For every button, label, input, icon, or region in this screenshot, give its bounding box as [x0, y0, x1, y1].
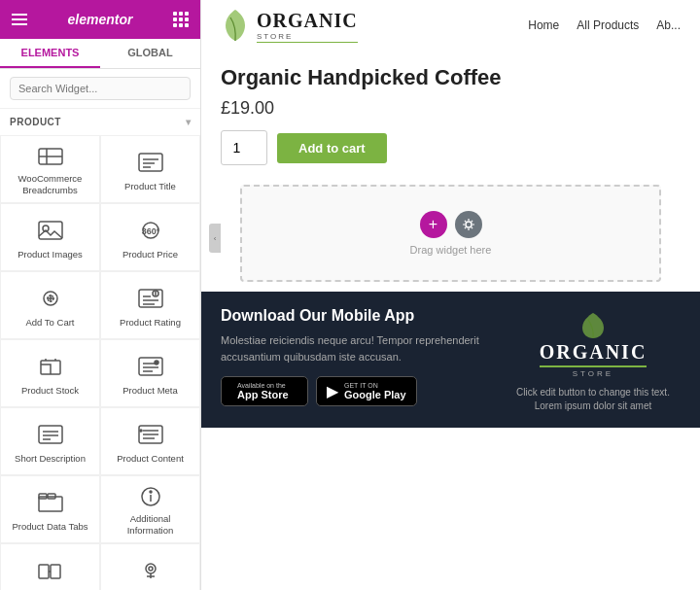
- product-section-header[interactable]: PRODUCT ▾: [0, 109, 200, 135]
- nav-about[interactable]: Ab...: [656, 18, 681, 32]
- widget-upsells[interactable]: Upsells: [100, 543, 200, 590]
- widget-product-images[interactable]: Product Images: [0, 203, 100, 271]
- tab-global[interactable]: GLOBAL: [100, 39, 200, 68]
- drag-widget-area: + Drag widget here: [240, 185, 661, 282]
- woocommerce-breadcrumbs-icon: [35, 145, 66, 168]
- nav-home[interactable]: Home: [528, 18, 559, 32]
- top-bar: elementor: [0, 0, 200, 39]
- collapse-tab[interactable]: ‹: [209, 224, 221, 253]
- svg-point-47: [146, 564, 156, 573]
- widget-label: Additional Information: [107, 513, 193, 536]
- product-related-icon: [35, 557, 66, 584]
- product-meta-icon: [135, 353, 166, 380]
- widget-label: Product Price: [122, 249, 178, 260]
- appstore-large: App Store: [237, 389, 289, 400]
- search-bar: [0, 69, 200, 109]
- widget-label: Product Stock: [21, 385, 79, 396]
- svg-point-28: [155, 361, 158, 364]
- googleplay-icon: ▶: [327, 382, 338, 400]
- add-to-cart-icon: [35, 285, 66, 312]
- svg-rect-24: [139, 358, 162, 375]
- widget-label: Product Data Tabs: [13, 521, 88, 532]
- product-images-icon: [35, 217, 66, 244]
- widget-short-description[interactable]: Short Description: [0, 407, 100, 475]
- widget-label: WooCommerce Breadcrumbs: [7, 173, 93, 195]
- widget-woocommerce-breadcrumbs[interactable]: WooCommerce Breadcrumbs: [0, 135, 100, 203]
- widget-label: Short Description: [15, 453, 86, 464]
- main-content: ORGANIC STORE Home All Products Ab... Or…: [201, 0, 700, 590]
- product-title-icon: [135, 149, 166, 176]
- nav-all-products[interactable]: All Products: [577, 18, 639, 32]
- product-stock-icon: [35, 353, 66, 380]
- site-footer: Download Our Mobile App Molestiae reicie…: [201, 292, 700, 428]
- footer-app-desc: Molestiae reiciendis neque arcu! Tempor …: [221, 332, 486, 364]
- panel-tabs: ELEMENTS GLOBAL: [0, 39, 200, 69]
- drag-widget-label: Drag widget here: [410, 244, 492, 256]
- googleplay-large: Google Play: [344, 389, 406, 400]
- left-panel: elementor ELEMENTS GLOBAL PRODUCT ▾: [0, 0, 201, 590]
- chevron-down-icon: ▾: [186, 117, 192, 127]
- widget-add-to-cart[interactable]: Add To Cart: [0, 271, 100, 339]
- footer-right: ORGANIC STORE Click edit button to chang…: [506, 307, 681, 418]
- organic-logo-sub: STORE: [257, 32, 293, 41]
- footer-left: Download Our Mobile App Molestiae reicie…: [221, 307, 486, 418]
- svg-point-37: [140, 430, 142, 432]
- svg-text:360°: 360°: [141, 226, 159, 236]
- widget-grid: WooCommerce Breadcrumbs Product Title: [0, 135, 200, 590]
- site-nav-top: ORGANIC STORE Home All Products Ab...: [201, 0, 700, 51]
- googleplay-small: GET IT ON: [344, 382, 406, 389]
- nav-links: Home All Products Ab...: [528, 18, 681, 32]
- footer-app-title: Download Our Mobile App: [221, 307, 486, 325]
- add-widget-button[interactable]: +: [420, 211, 447, 238]
- grid-icon[interactable]: [173, 12, 189, 27]
- app-badges: Available on the App Store ▶ GET IT ON G…: [221, 376, 486, 406]
- drag-widget-controls: +: [420, 211, 482, 238]
- quantity-input[interactable]: 1: [221, 130, 267, 165]
- footer-logo-area: ORGANIC STORE: [540, 312, 648, 378]
- footer-edit-text: Click edit button to change this text. L…: [506, 386, 681, 413]
- svg-rect-7: [39, 222, 62, 239]
- product-title: Organic Handpicked Coffee: [221, 65, 681, 90]
- additional-information-icon: [135, 485, 166, 508]
- product-rating-icon: [135, 285, 166, 312]
- widget-label: Product Content: [117, 453, 184, 464]
- add-to-cart-button[interactable]: Add to cart: [277, 133, 387, 163]
- footer-logo-sub: STORE: [573, 369, 613, 378]
- widget-product-rating[interactable]: Product Rating: [100, 271, 200, 339]
- appstore-text: Available on the App Store: [237, 382, 289, 400]
- widget-product-price[interactable]: 360° Product Price: [100, 203, 200, 271]
- svg-rect-3: [139, 154, 162, 171]
- widget-product-meta[interactable]: Product Meta: [100, 339, 200, 407]
- organic-logo-text: ORGANIC: [257, 10, 358, 32]
- widget-product-related[interactable]: Product Related: [0, 543, 100, 590]
- short-description-icon: [35, 421, 66, 448]
- widget-additional-information[interactable]: Additional Information: [100, 475, 200, 543]
- widget-label: Product Title: [124, 181, 176, 191]
- product-section-label: PRODUCT: [10, 117, 61, 127]
- widget-label: Product Rating: [120, 317, 181, 328]
- googleplay-badge[interactable]: ▶ GET IT ON Google Play: [316, 376, 417, 406]
- hamburger-icon[interactable]: [12, 14, 27, 25]
- product-content-icon: [135, 421, 166, 448]
- widget-product-title[interactable]: Product Title: [100, 135, 200, 203]
- settings-button[interactable]: [455, 211, 482, 238]
- elementor-logo: elementor: [68, 12, 133, 27]
- product-area: Organic Handpicked Coffee £19.00 1 Add t…: [201, 51, 700, 185]
- site-preview: ORGANIC STORE Home All Products Ab... Or…: [201, 0, 700, 590]
- tab-elements[interactable]: ELEMENTS: [0, 39, 100, 68]
- product-price-icon: 360°: [135, 217, 166, 244]
- upsells-icon: [135, 557, 166, 584]
- appstore-badge[interactable]: Available on the App Store: [221, 376, 308, 406]
- svg-point-51: [466, 222, 472, 227]
- footer-logo-text: ORGANIC: [540, 341, 648, 364]
- widget-product-stock[interactable]: Product Stock: [0, 339, 100, 407]
- product-price: £19.00: [221, 98, 681, 119]
- widget-product-data-tabs[interactable]: Product Data Tabs: [0, 475, 100, 543]
- add-to-cart-row: 1 Add to cart: [221, 130, 681, 165]
- appstore-small: Available on the: [237, 382, 289, 389]
- widget-product-content[interactable]: Product Content: [100, 407, 200, 475]
- svg-rect-44: [39, 565, 49, 578]
- product-data-tabs-icon: [35, 489, 66, 516]
- search-input[interactable]: [10, 77, 191, 100]
- googleplay-text: GET IT ON Google Play: [344, 382, 406, 400]
